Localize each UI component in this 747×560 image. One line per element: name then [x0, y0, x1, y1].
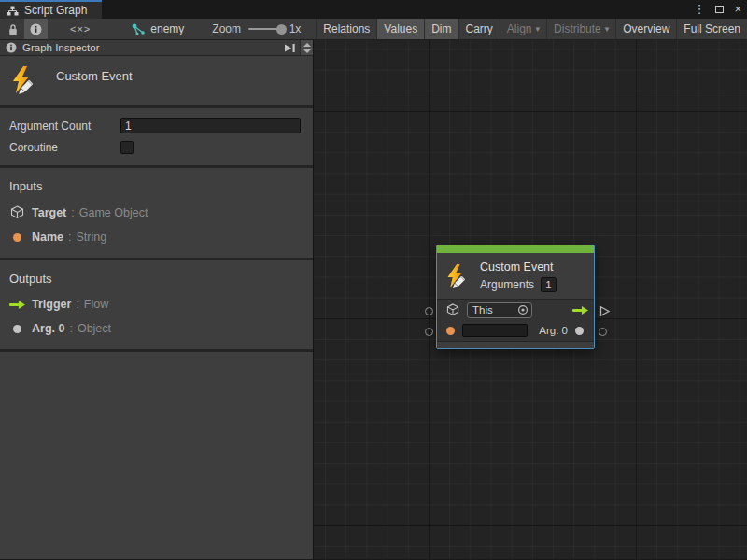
graph-canvas[interactable]: Custom Event Arguments 1 This [314, 40, 747, 559]
external-input-port-flow[interactable] [425, 307, 433, 315]
trigger-output-port[interactable] [572, 305, 588, 315]
window-menu-icon[interactable]: ⋮ [693, 0, 705, 19]
string-port-icon [9, 233, 25, 242]
unity-script-graph-window: Script Graph ⋮ × <×> [0, 0, 747, 560]
graph-asset-icon [132, 23, 146, 35]
outputs-section: Outputs Trigger : Flow Arg. 0 : [0, 260, 313, 349]
node-row-target: This [437, 300, 594, 320]
values-button[interactable]: Values [376, 19, 424, 39]
custom-event-icon [9, 65, 39, 95]
window-close-icon[interactable]: × [734, 0, 741, 19]
dim-button[interactable]: Dim [424, 19, 458, 39]
inputs-heading: Inputs [9, 179, 303, 193]
graph-name-label: enemy [150, 22, 184, 35]
full-screen-button[interactable]: Full Screen [676, 19, 747, 39]
inspector-empty-area [0, 352, 313, 559]
dock-panel-button[interactable] [279, 40, 300, 55]
graph-inspector-panel: Graph Inspector [0, 40, 314, 559]
selected-unit-title: Custom Event [56, 69, 133, 83]
external-arg0-port[interactable] [599, 328, 607, 336]
name-value-field[interactable] [462, 324, 528, 337]
object-port-icon [9, 325, 25, 333]
info-icon [6, 42, 17, 53]
input-row-target: Target : Game Object [9, 205, 303, 219]
align-dropdown[interactable]: Align ▾ [500, 19, 546, 39]
game-object-icon [9, 205, 25, 219]
inspector-header: Graph Inspector [0, 40, 313, 56]
zoom-slider[interactable] [248, 28, 284, 30]
node-row-arg0: Arg. 0 [437, 320, 594, 341]
external-trigger-port[interactable] [599, 305, 611, 317]
node-title: Custom Event [480, 260, 557, 274]
selected-unit-header: Custom Event [0, 56, 313, 105]
inspector-toggle-button[interactable] [24, 19, 48, 39]
info-icon [30, 23, 42, 35]
object-picker-icon[interactable] [517, 304, 529, 315]
window-content: Graph Inspector [0, 40, 747, 559]
code-view-icon: <×> [70, 23, 91, 35]
distribute-dropdown[interactable]: Distribute ▾ [546, 19, 615, 39]
outputs-heading: Outputs [9, 272, 303, 286]
tab-script-graph[interactable]: Script Graph [0, 0, 102, 19]
spinner-down-icon[interactable] [303, 49, 311, 53]
zoom-value: 1x [289, 19, 302, 39]
script-graph-icon [7, 6, 19, 16]
coroutine-row: Coroutine [9, 139, 301, 155]
lock-icon [7, 23, 19, 35]
node-footer [437, 341, 594, 348]
zoom-slider-handle[interactable] [276, 24, 287, 35]
tab-label: Script Graph [24, 4, 87, 17]
inputs-section: Inputs Target : Game Object Name : [0, 168, 313, 258]
lock-button[interactable] [2, 19, 24, 39]
panel-scroll-spinner[interactable] [300, 40, 313, 55]
zoom-label: Zoom [212, 19, 241, 39]
spinner-up-icon[interactable] [303, 43, 311, 47]
overview-button[interactable]: Overview [615, 19, 676, 39]
name-input-port[interactable] [446, 327, 455, 335]
node-arguments-label: Arguments [480, 278, 534, 291]
argument-count-label: Argument Count [9, 119, 120, 133]
graph-reference[interactable]: enemy [132, 19, 184, 39]
chevron-down-icon: ▾ [536, 24, 541, 34]
inspector-title: Graph Inspector [22, 42, 99, 53]
node-header[interactable]: Custom Event Arguments 1 [437, 253, 594, 300]
output-row-arg0: Arg. 0 : Object [9, 322, 303, 335]
arg0-label: Arg. 0 [539, 325, 568, 336]
argument-count-input[interactable] [120, 118, 301, 133]
toolbar-buttons: Relations Values Dim Carry Align ▾ Distr… [316, 19, 747, 39]
carry-button[interactable]: Carry [458, 19, 500, 39]
input-row-name: Name : String [9, 231, 303, 244]
coroutine-label: Coroutine [9, 141, 120, 154]
window-controls: ⋮ × [693, 0, 741, 19]
tab-bar: Script Graph ⋮ × [0, 0, 747, 19]
node-event-strip [437, 245, 594, 253]
target-object-field[interactable]: This [467, 302, 532, 318]
custom-event-icon [444, 263, 471, 289]
unit-settings: Argument Count Coroutine [0, 108, 313, 165]
game-object-icon [446, 303, 459, 316]
node-arguments-input[interactable]: 1 [541, 277, 557, 292]
code-view-button[interactable]: <×> [61, 19, 100, 39]
chevron-down-icon: ▾ [605, 24, 610, 34]
argument-count-row: Argument Count [9, 118, 301, 133]
graph-toolbar: <×> enemy Zoom 1x Relations Values Dim C… [0, 19, 747, 40]
window-maximize-icon[interactable] [715, 6, 724, 13]
dock-right-icon [283, 43, 296, 53]
custom-event-node[interactable]: Custom Event Arguments 1 This [436, 245, 595, 349]
relations-button[interactable]: Relations [316, 19, 376, 39]
coroutine-checkbox[interactable] [120, 141, 134, 154]
output-row-trigger: Trigger : Flow [9, 298, 303, 311]
external-input-port-value[interactable] [425, 328, 433, 336]
flow-arrow-icon [9, 300, 25, 310]
arg0-output-port[interactable] [575, 327, 584, 335]
